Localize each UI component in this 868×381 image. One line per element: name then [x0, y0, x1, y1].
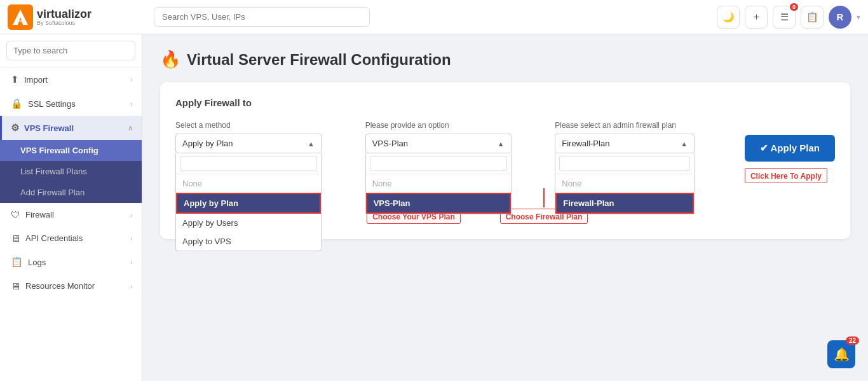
sidebar-item-api[interactable]: 🖥 API Credentials ›: [0, 226, 142, 250]
vps-plan-search-input[interactable]: [370, 156, 507, 171]
notification-bell[interactable]: 🔔 22: [827, 340, 855, 368]
logs-icon: 📋: [11, 256, 23, 268]
vps-plan-trigger[interactable]: VPS-Plan ▲: [365, 134, 512, 153]
vps-firewall-arrow: ∧: [128, 124, 133, 132]
doc-button[interactable]: 📋: [801, 6, 824, 29]
page-title: Virtual Server Firewall Configuration: [187, 51, 451, 69]
method-group: Select a method Apply by Plan ▲ None: [175, 121, 353, 153]
vps-plan-arrow-icon: ▲: [498, 140, 505, 148]
sidebar-item-vps-firewall[interactable]: ⚙ VPS Firewall ∧: [0, 116, 142, 140]
list-badge: 0: [790, 3, 798, 11]
apply-plan-button[interactable]: ✔ Apply Plan: [745, 135, 835, 162]
method-option-apply-to-vps[interactable]: Apply to VPS: [176, 232, 321, 251]
logo: virtualizor By Softaculous: [8, 4, 147, 30]
method-option-apply-by-users[interactable]: Apply by Users: [176, 214, 321, 232]
avatar-dropdown[interactable]: ▾: [857, 13, 860, 22]
navbar: virtualizor By Softaculous 🌙 ＋ ☰ 0 📋 R ▾: [0, 0, 868, 34]
admin-firewall-arrow-icon: ▲: [681, 140, 688, 148]
resources-arrow: ›: [130, 282, 133, 290]
vps-firewall-icon: ⚙: [11, 122, 19, 134]
layout: ⬆ Import › 🔒 SSL Settings › ⚙ VPS Firewa…: [0, 34, 868, 381]
resources-icon: 🖥: [11, 281, 20, 291]
method-dropdown[interactable]: Apply by Plan ▲ None Apply by Plan Apply…: [175, 134, 322, 153]
api-arrow: ›: [130, 235, 133, 242]
logo-icon: [8, 4, 33, 30]
admin-firewall-selected: Firewall-Plan: [562, 139, 609, 148]
form-row: Select a method Apply by Plan ▲ None: [175, 121, 835, 183]
import-icon: ⬆: [11, 74, 19, 85]
sidebar-item-firewall[interactable]: 🛡 Firewall ›: [0, 203, 142, 226]
sidebar-item-vps-firewall-config[interactable]: VPS Firewall Config: [0, 140, 142, 161]
sidebar: ⬆ Import › 🔒 SSL Settings › ⚙ VPS Firewa…: [0, 34, 142, 381]
click-here-annotation-container: Click Here To Apply: [745, 168, 827, 183]
vps-plan-search-box[interactable]: [366, 153, 511, 174]
sidebar-item-list-firewall-plans[interactable]: List Firewall Plans: [0, 161, 142, 182]
logo-sub: By Softaculous: [37, 20, 92, 26]
sidebar-sub-menu: VPS Firewall Config List Firewall Plans …: [0, 140, 142, 203]
vps-plan-dropdown[interactable]: VPS-Plan ▲ None VPS-Plan: [365, 134, 512, 153]
sidebar-search-container[interactable]: [0, 34, 142, 67]
ssl-arrow: ›: [130, 100, 133, 107]
sidebar-item-logs[interactable]: 📋 Logs ›: [0, 250, 142, 274]
list-button[interactable]: ☰ 0: [773, 6, 796, 29]
sub-label-list: List Firewall Plans: [20, 167, 87, 176]
navbar-search-input[interactable]: [154, 7, 370, 27]
dark-mode-button[interactable]: 🌙: [717, 6, 740, 29]
method-label: Select a method: [175, 121, 353, 130]
vps-plan-group: Please provide an option VPS-Plan ▲ None: [365, 121, 543, 153]
navbar-actions: 🌙 ＋ ☰ 0 📋 R ▾: [717, 6, 860, 29]
admin-firewall-option-none[interactable]: None: [555, 174, 694, 193]
avatar[interactable]: R: [829, 6, 851, 29]
method-search-box[interactable]: [176, 153, 321, 174]
sidebar-item-import[interactable]: ⬆ Import ›: [0, 67, 142, 92]
click-here-annotation: Click Here To Apply: [745, 168, 827, 183]
admin-firewall-search-box[interactable]: [555, 153, 694, 174]
method-selected: Apply by Plan: [182, 139, 233, 148]
flame-icon: 🔥: [160, 50, 180, 69]
vps-plan-label: Please provide an option: [365, 121, 543, 130]
main-content: 🔥 Virtual Server Firewall Configuration …: [142, 34, 868, 381]
page-title-container: 🔥 Virtual Server Firewall Configuration: [160, 50, 850, 69]
sidebar-label-ssl: SSL Settings: [28, 99, 125, 109]
firewall-icon: 🛡: [11, 209, 20, 220]
admin-firewall-trigger[interactable]: Firewall-Plan ▲: [555, 134, 695, 153]
method-option-none[interactable]: None: [176, 174, 321, 193]
sidebar-item-resources[interactable]: 🖥 Resources Monitor ›: [0, 274, 142, 298]
sidebar-item-add-firewall-plan[interactable]: Add Firewall Plan: [0, 182, 142, 203]
annot-arrow-3: [543, 188, 545, 207]
admin-firewall-dropdown[interactable]: Firewall-Plan ▲ None Firewall-Plan: [555, 134, 695, 153]
method-dropdown-menu: None Apply by Plan Apply by Users Apply …: [175, 153, 322, 251]
sidebar-label-import: Import: [24, 75, 125, 85]
sidebar-search-input[interactable]: [6, 41, 135, 60]
sub-label-add: Add Firewall Plan: [20, 188, 85, 197]
admin-firewall-option-firewall-plan[interactable]: Firewall-Plan: [555, 193, 694, 214]
vps-plan-option-vps-plan[interactable]: VPS-Plan: [366, 193, 511, 214]
sidebar-label-vps-firewall: VPS Firewall: [24, 123, 123, 133]
navbar-search[interactable]: [154, 7, 370, 27]
sidebar-label-logs: Logs: [28, 258, 125, 267]
admin-firewall-search-input[interactable]: [559, 156, 690, 171]
svg-rect-2: [17, 20, 24, 22]
sidebar-label-resources: Resources Monitor: [25, 281, 125, 291]
logs-arrow: ›: [130, 258, 133, 266]
method-option-apply-by-plan[interactable]: Apply by Plan: [176, 193, 321, 214]
vps-plan-option-none[interactable]: None: [366, 174, 511, 193]
admin-firewall-group: Please select an admin firewall plan Fir…: [555, 121, 732, 153]
sidebar-label-firewall: Firewall: [25, 210, 125, 219]
card-title: Apply Firewall to: [175, 97, 835, 108]
sidebar-item-ssl[interactable]: 🔒 SSL Settings ›: [0, 92, 142, 116]
method-search-input[interactable]: [180, 156, 317, 171]
api-icon: 🖥: [11, 233, 20, 244]
notification-badge: 22: [846, 336, 859, 345]
vps-plan-dropdown-menu: None VPS-Plan: [365, 153, 512, 214]
apply-btn-group: ✔ Apply Plan Click Here To Apply: [745, 121, 835, 183]
vps-plan-selected: VPS-Plan: [372, 139, 408, 148]
ssl-icon: 🔒: [11, 98, 23, 109]
method-dropdown-trigger[interactable]: Apply by Plan ▲: [175, 134, 322, 153]
admin-firewall-dropdown-menu: None Firewall-Plan: [555, 153, 695, 214]
logo-text: virtualizor: [37, 8, 92, 20]
add-button[interactable]: ＋: [745, 6, 768, 29]
form-annotation-area: Select a method Apply by Plan ▲ None: [175, 121, 835, 224]
method-arrow-icon: ▲: [308, 140, 315, 148]
import-arrow: ›: [130, 76, 133, 83]
